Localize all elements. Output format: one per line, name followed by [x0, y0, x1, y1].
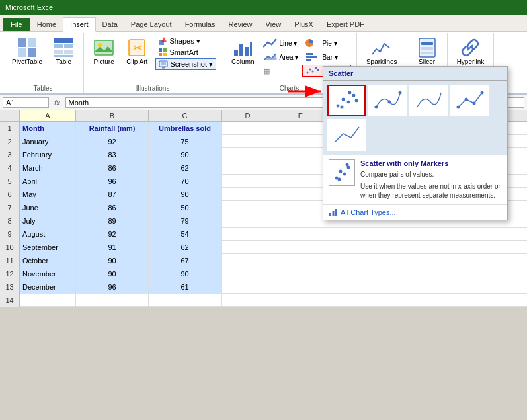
pie-chart-icon	[305, 38, 321, 48]
tab-review[interactable]: Review	[222, 18, 259, 31]
svg-point-39	[317, 69, 319, 71]
bar-chart-icon	[305, 52, 321, 62]
svg-point-52	[348, 91, 352, 95]
hyperlink-button[interactable]: Hyperlink	[453, 36, 489, 67]
tab-expert-pdf[interactable]: Expert PDF	[320, 18, 371, 31]
tables-group-label: Tables	[34, 82, 53, 92]
svg-rect-42	[421, 47, 433, 50]
svg-point-60	[481, 91, 484, 95]
screenshot-button[interactable]: Screenshot ▾	[155, 58, 216, 70]
svg-point-62	[339, 170, 343, 173]
scatter-desc-body2: Use it when the values are not in x-axis…	[360, 182, 502, 200]
line-chart-button[interactable]: Line ▾	[260, 37, 302, 49]
pivot-table-button[interactable]: PivotTable	[8, 36, 46, 67]
svg-point-57	[457, 106, 460, 109]
cell-c1[interactable]: Umbrellas sold	[149, 122, 222, 135]
svg-point-47	[336, 104, 340, 108]
svg-rect-7	[54, 50, 63, 54]
name-box[interactable]	[3, 97, 49, 108]
picture-button[interactable]: Picture	[89, 36, 118, 67]
tab-page-layout[interactable]: Page Layout	[124, 18, 179, 31]
cell-d1[interactable]	[222, 122, 274, 135]
svg-point-63	[343, 173, 346, 176]
scatter-dropdown: Scatter	[323, 66, 508, 220]
tab-file[interactable]: File	[3, 18, 30, 31]
hyperlink-label: Hyperlink	[457, 58, 485, 66]
svg-point-66	[346, 163, 349, 167]
svg-rect-24	[239, 44, 243, 56]
smart-art-button[interactable]: SmartArt	[155, 47, 216, 58]
other-chart-icon: ▦	[263, 66, 278, 75]
svg-point-37	[312, 71, 314, 73]
picture-label: Picture	[94, 58, 114, 66]
clip-art-icon: ✂	[126, 37, 147, 58]
tab-formulas[interactable]: Formulas	[179, 18, 222, 31]
smart-art-icon	[158, 48, 167, 57]
tab-view[interactable]: View	[259, 18, 288, 31]
scatter-option-smooth[interactable]	[409, 85, 448, 116]
svg-rect-43	[421, 52, 433, 54]
hyperlink-icon	[460, 37, 481, 58]
svg-rect-21	[161, 62, 166, 65]
slicer-button[interactable]: Slicer	[413, 36, 442, 67]
column-chart-icon	[232, 37, 253, 58]
svg-rect-6	[64, 44, 73, 48]
scatter-option-straight[interactable]	[327, 119, 366, 151]
svg-rect-23	[234, 50, 238, 56]
col-header-d[interactable]: D	[222, 110, 274, 121]
shapes-icon	[158, 36, 167, 46]
column-chart-button[interactable]: Column	[227, 36, 258, 67]
table-button[interactable]: Table	[49, 36, 78, 67]
svg-marker-15	[161, 37, 167, 42]
svg-text:✂: ✂	[133, 42, 142, 54]
sparklines-button[interactable]: Sparklines	[362, 36, 401, 67]
tab-data[interactable]: Data	[96, 18, 124, 31]
svg-rect-18	[159, 53, 162, 56]
scatter-option-smooth-markers[interactable]	[368, 85, 407, 116]
cell-a1[interactable]: Month	[20, 122, 76, 135]
svg-rect-5	[54, 44, 63, 48]
col-header-a[interactable]: A	[20, 110, 76, 121]
scatter-desc-icon	[329, 159, 355, 186]
scatter-option-straight-markers[interactable]	[450, 85, 489, 116]
bar-chart-button[interactable]: Bar ▾	[302, 51, 350, 63]
svg-point-55	[388, 101, 391, 104]
tab-insert[interactable]: Insert	[63, 17, 96, 32]
svg-rect-2	[18, 48, 26, 57]
col-header-b[interactable]: B	[76, 110, 149, 121]
scatter-option-markers[interactable]	[327, 85, 366, 116]
cell-e1[interactable]	[274, 122, 327, 135]
picture-icon	[93, 37, 114, 58]
svg-rect-10	[95, 40, 113, 55]
column-chart-label: Column	[231, 58, 254, 66]
svg-point-29	[270, 44, 272, 46]
other-chart-button[interactable]: ▦	[260, 65, 302, 77]
scatter-description: Scatter with only Markers Compare pairs …	[323, 155, 507, 204]
svg-rect-26	[250, 42, 252, 56]
svg-point-49	[346, 100, 350, 104]
sparklines-icon	[371, 37, 392, 58]
cell-b1[interactable]: Rainfall (mm)	[76, 122, 149, 135]
ribbon-group-tables: PivotTable Table Tables	[3, 33, 84, 93]
scatter-desc-title: Scatter with only Markers	[360, 159, 502, 167]
table-row: 11October9067	[0, 254, 527, 267]
scatter-dropdown-header: Scatter	[323, 67, 507, 81]
pie-chart-button[interactable]: Pie ▾	[302, 37, 350, 49]
col-header-e[interactable]: E	[274, 110, 327, 121]
area-chart-button[interactable]: Area ▾	[260, 51, 302, 63]
table-label: Table	[56, 58, 71, 66]
svg-point-11	[98, 43, 102, 47]
svg-rect-67	[329, 213, 331, 216]
svg-point-38	[315, 67, 317, 69]
svg-rect-34	[306, 59, 311, 61]
svg-rect-22	[162, 67, 165, 69]
svg-rect-8	[64, 50, 73, 54]
all-chart-types-link[interactable]: All Chart Types...	[329, 208, 502, 217]
svg-rect-17	[163, 48, 167, 52]
tab-plusx[interactable]: PlusX	[288, 18, 320, 31]
tab-home[interactable]: Home	[30, 18, 63, 31]
svg-point-53	[354, 99, 358, 103]
shapes-button[interactable]: Shapes ▾	[155, 36, 216, 46]
clip-art-button[interactable]: ✂ Clip Art	[122, 36, 151, 67]
col-header-c[interactable]: C	[149, 110, 222, 121]
